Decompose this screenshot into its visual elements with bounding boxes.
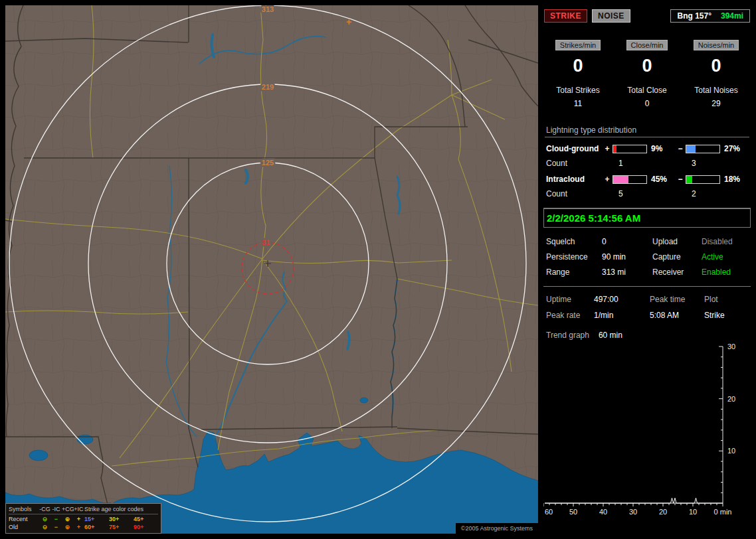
legend-col-neg-ic: -IC: [50, 505, 62, 514]
plot-label: Plot: [704, 295, 748, 304]
peak-time-label: Peak time: [650, 295, 704, 304]
peak-rate-value: 1/min: [594, 311, 650, 320]
neg-ic-old-icon: −: [50, 523, 62, 531]
minus-sign: −: [676, 144, 684, 153]
map-legend: Symbols -CG -IC +CG +IC Strike age color…: [5, 503, 161, 534]
cloud-ground-count-row: Count 1 3: [545, 159, 749, 168]
status-panel: STRIKE NOISE Bng 157° 394mi Strikes/min …: [543, 5, 751, 534]
peak-rate-label: Peak rate: [546, 311, 594, 320]
intracloud-label: Intracloud: [545, 175, 602, 184]
svg-text:10: 10: [689, 508, 697, 516]
legend-row-old-label: Old: [9, 523, 39, 531]
cg-positive-pct: 9%: [648, 144, 675, 153]
total-close-label: Total Close: [613, 86, 682, 95]
age-code-30: 30+: [109, 515, 134, 523]
svg-text:40: 40: [599, 508, 607, 516]
ic-positive-count: 5: [613, 189, 647, 198]
bearing-value: Bng 157°: [677, 11, 711, 21]
strike-symbol-icon: +: [346, 17, 351, 27]
cg-negative-bar: [686, 145, 720, 153]
noises-per-min-column: Noises/min 0 Total Noises 29: [682, 40, 751, 108]
count-label: Count: [545, 159, 602, 168]
ic-negative-count: 2: [686, 189, 720, 198]
app-window: { "map": { "ring_labels": { "outer": "31…: [0, 0, 756, 539]
total-noises-value: 29: [682, 99, 751, 108]
squelch-label: Squelch: [546, 237, 602, 246]
clock-box: 2/2/2026 5:14:56 AM: [543, 208, 751, 228]
cloud-ground-row: Cloud-ground + 9% − 27%: [545, 144, 749, 153]
total-noises-label: Total Noises: [682, 86, 751, 95]
legend-symbols-label: Symbols: [9, 505, 39, 514]
age-code-15: 15+: [84, 515, 109, 523]
cg-positive-count: 1: [613, 159, 647, 168]
total-strikes-value: 11: [543, 99, 613, 108]
distribution-title: Lightning type distribution: [545, 125, 749, 137]
map-canvas[interactable]: 313 219 125 31 +: [5, 5, 538, 534]
neg-cg-old-icon: ⊖: [39, 523, 50, 531]
receiver-status: Enabled: [702, 268, 748, 277]
plot-value: Strike: [704, 311, 748, 320]
pos-ic-recent-icon: +: [73, 515, 84, 523]
pos-ic-old-icon: +: [73, 523, 84, 531]
copyright-notice: ©2005 Astrogenic Systems: [456, 523, 538, 534]
ic-positive-bar-fill: [613, 176, 628, 183]
cg-negative-count: 3: [686, 159, 720, 168]
uptime-label: Uptime: [546, 295, 594, 304]
svg-text:10: 10: [727, 447, 735, 455]
cg-positive-bar-fill: [613, 145, 616, 153]
lightning-map[interactable]: 313 219 125 31 + Symbols -CG -IC +CG +IC…: [5, 5, 538, 534]
svg-text:30: 30: [629, 508, 637, 516]
lightning-type-distribution: Lightning type distribution Cloud-ground…: [545, 125, 749, 198]
legend-col-neg-cg: -CG: [39, 505, 50, 514]
total-strikes-label: Total Strikes: [543, 86, 613, 95]
date-time-display: 2/2/2026 5:14:56 AM: [547, 212, 640, 224]
bearing-range-value: 394mi: [721, 11, 743, 21]
trend-graph-window: 60 min: [599, 331, 622, 340]
svg-text:0 min: 0 min: [714, 508, 732, 516]
pos-cg-old-icon: ⊕: [62, 523, 73, 531]
trend-graph: 3020106050403020100 min: [543, 343, 751, 516]
stats-grid: Uptime 497:00 Peak time Plot Peak rate 1…: [546, 295, 748, 320]
neg-ic-recent-icon: −: [50, 515, 62, 523]
minus-sign: −: [676, 175, 684, 184]
cg-negative-bar-fill: [686, 145, 696, 153]
panel-header: STRIKE NOISE Bng 157° 394mi: [544, 9, 750, 23]
ic-positive-pct: 45%: [648, 175, 675, 184]
settings-grid: Squelch 0 Upload Disabled Persistence 90…: [546, 237, 748, 277]
close-per-min-value: 0: [613, 56, 682, 76]
range-ring-label-31: 31: [262, 238, 270, 246]
svg-text:20: 20: [659, 508, 667, 516]
ic-negative-bar: [686, 175, 720, 184]
age-code-45: 45+: [134, 515, 158, 523]
svg-text:50: 50: [569, 508, 577, 516]
trend-graph-header: Trend graph 60 min: [546, 331, 748, 340]
upload-status: Disabled: [702, 237, 748, 246]
plus-sign: +: [603, 144, 611, 153]
svg-text:20: 20: [727, 395, 735, 403]
noises-per-min-button[interactable]: Noises/min: [694, 40, 739, 50]
range-ring-label-125: 125: [262, 159, 274, 167]
strikes-per-min-button[interactable]: Strikes/min: [555, 40, 601, 50]
receiver-label: Receiver: [652, 268, 702, 277]
close-per-min-column: Close/min 0 Total Close 0: [613, 40, 682, 108]
persistence-label: Persistence: [546, 252, 602, 262]
total-close-value: 0: [613, 99, 682, 108]
noise-toggle-button[interactable]: NOISE: [592, 9, 630, 23]
pos-cg-recent-icon: ⊕: [62, 515, 73, 523]
upload-label: Upload: [652, 237, 702, 246]
age-code-90: 90+: [134, 523, 158, 531]
capture-label: Capture: [652, 252, 702, 262]
cloud-ground-label: Cloud-ground: [545, 144, 602, 153]
cg-negative-pct: 27%: [721, 144, 748, 153]
strike-toggle-button[interactable]: STRIKE: [544, 9, 587, 23]
intracloud-row: Intracloud + 45% − 18%: [545, 175, 749, 184]
squelch-value: 0: [602, 237, 652, 246]
rate-counters: Strikes/min 0 Total Strikes 11 Close/min…: [543, 40, 751, 108]
range-ring-label-313: 313: [262, 5, 274, 13]
capture-status: Active: [702, 252, 748, 262]
legend-col-pos-ic: +IC: [73, 505, 84, 514]
close-per-min-button[interactable]: Close/min: [626, 40, 668, 50]
cg-positive-bar: [613, 145, 647, 153]
trend-graph-label: Trend graph: [546, 331, 589, 340]
legend-age-title: Strike age color codes: [84, 505, 158, 514]
